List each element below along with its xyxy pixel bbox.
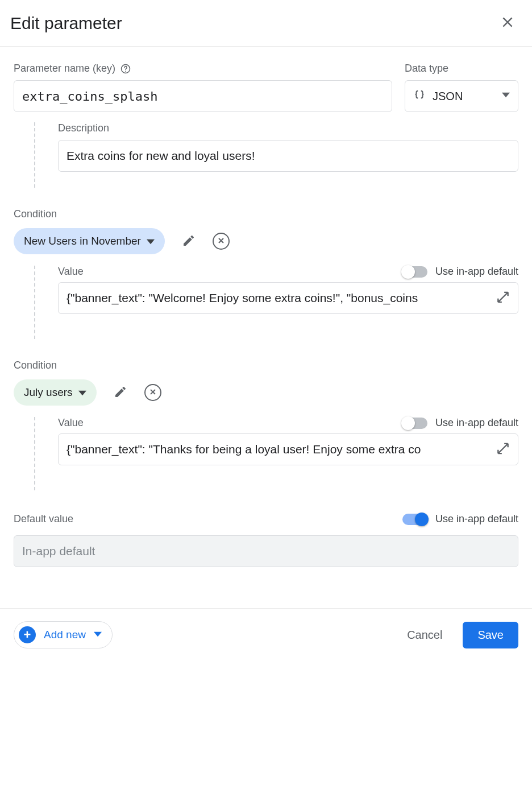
condition-chip-july-users[interactable]: July users [14,379,97,406]
condition-chip-new-users[interactable]: New Users in November [14,228,165,254]
help-icon[interactable] [120,63,131,75]
condition-value-text: {"banner_text": "Thanks for being a loya… [66,443,421,456]
remove-condition-button[interactable] [144,384,161,401]
remove-condition-button[interactable] [213,233,230,250]
data-type-label: Data type [405,63,448,75]
caret-down-icon [147,238,155,246]
pencil-icon [182,234,196,249]
expand-icon [496,449,510,458]
default-value-label: Default value [14,513,73,525]
use-default-label: Use in-app default [435,417,518,429]
condition-chip-label: New Users in November [24,235,141,247]
use-default-label: Use in-app default [435,266,518,278]
caret-down-icon [78,389,86,397]
x-icon [217,236,226,247]
condition-value-text: {"banner_text": "Welcome! Enjoy some ext… [66,291,418,305]
pencil-icon [114,385,127,400]
use-default-label: Use in-app default [435,513,518,525]
condition-value-input-1[interactable]: {"banner_text": "Welcome! Enjoy some ext… [58,282,518,314]
use-default-toggle-main[interactable] [402,514,427,525]
page-title: Edit parameter [10,14,122,33]
add-new-button[interactable]: + Add new [14,621,113,648]
cancel-button[interactable]: Cancel [404,623,446,647]
expand-value-button[interactable] [493,439,513,460]
use-default-toggle-1[interactable] [402,266,427,278]
condition-chip-label: July users [24,386,73,399]
close-button[interactable] [497,11,518,35]
tree-line [34,122,35,188]
parameter-name-input[interactable] [14,80,392,112]
default-value-placeholder: In-app default [22,544,95,558]
save-button[interactable]: Save [463,622,518,648]
add-new-label: Add new [44,629,86,641]
close-icon [500,23,515,31]
data-type-value: JSON [433,90,495,103]
x-icon [148,387,157,398]
data-type-select[interactable]: JSON [405,80,518,112]
expand-icon [496,298,510,307]
use-default-toggle-2[interactable] [402,418,427,429]
value-label: Value [58,417,84,429]
description-input[interactable] [58,140,518,172]
plus-icon: + [19,626,36,643]
caret-down-icon [94,629,102,641]
condition-label-2: Condition [14,360,518,371]
caret-down-icon [502,91,510,101]
tree-line [34,266,35,339]
json-braces-icon [413,89,426,104]
value-label: Value [58,266,84,278]
condition-value-input-2[interactable]: {"banner_text": "Thanks for being a loya… [58,433,518,465]
condition-label-1: Condition [14,208,518,220]
description-label: Description [58,122,109,134]
svg-point-1 [125,71,126,72]
tree-line [34,417,35,490]
edit-condition-button[interactable] [178,230,199,253]
edit-condition-button[interactable] [110,382,131,404]
expand-value-button[interactable] [493,288,513,309]
default-value-input: In-app default [14,535,518,567]
parameter-name-label: Parameter name (key) [14,63,115,75]
